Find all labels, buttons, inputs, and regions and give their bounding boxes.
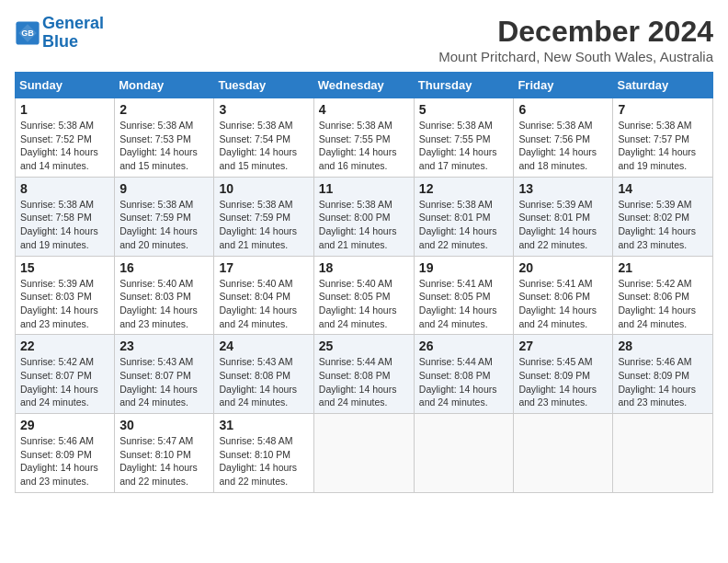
table-row: 21Sunrise: 5:42 AMSunset: 8:06 PMDayligh… <box>613 256 713 335</box>
day-info: Sunrise: 5:44 AMSunset: 8:08 PMDaylight:… <box>319 355 409 409</box>
day-number: 17 <box>219 260 308 275</box>
day-number: 6 <box>518 102 608 117</box>
col-friday: Friday <box>514 73 613 98</box>
table-row: 23Sunrise: 5:43 AMSunset: 8:07 PMDayligh… <box>115 335 214 414</box>
day-number: 5 <box>419 102 509 117</box>
day-info: Sunrise: 5:38 AMSunset: 7:59 PMDaylight:… <box>119 198 209 252</box>
day-number: 10 <box>219 181 308 196</box>
day-info: Sunrise: 5:48 AMSunset: 8:10 PMDaylight:… <box>219 434 308 488</box>
day-number: 3 <box>219 102 308 117</box>
day-number: 14 <box>618 181 708 196</box>
table-row: 20Sunrise: 5:41 AMSunset: 8:06 PMDayligh… <box>514 256 613 335</box>
day-info: Sunrise: 5:45 AMSunset: 8:09 PMDaylight:… <box>518 355 608 409</box>
day-number: 8 <box>20 181 109 196</box>
day-info: Sunrise: 5:41 AMSunset: 8:06 PMDaylight:… <box>518 277 608 331</box>
table-row <box>414 414 514 493</box>
page-header: GB General Blue December 2024 Mount Prit… <box>15 15 713 64</box>
day-info: Sunrise: 5:38 AMSunset: 7:58 PMDaylight:… <box>20 198 109 252</box>
day-number: 4 <box>319 102 409 117</box>
day-info: Sunrise: 5:43 AMSunset: 8:08 PMDaylight:… <box>219 355 308 409</box>
col-saturday: Saturday <box>613 73 713 98</box>
table-row: 22Sunrise: 5:42 AMSunset: 8:07 PMDayligh… <box>16 335 115 414</box>
day-info: Sunrise: 5:38 AMSunset: 7:59 PMDaylight:… <box>219 198 308 252</box>
table-row <box>313 414 414 493</box>
table-row: 30Sunrise: 5:47 AMSunset: 8:10 PMDayligh… <box>115 414 214 493</box>
general-blue-logo-icon: GB <box>15 20 40 46</box>
table-row: 5Sunrise: 5:38 AMSunset: 7:55 PMDaylight… <box>414 98 514 178</box>
day-info: Sunrise: 5:38 AMSunset: 7:56 PMDaylight:… <box>518 119 608 173</box>
day-number: 1 <box>20 102 109 117</box>
day-number: 27 <box>518 339 608 353</box>
col-sunday: Sunday <box>16 73 115 98</box>
table-row: 19Sunrise: 5:41 AMSunset: 8:05 PMDayligh… <box>414 256 514 335</box>
day-number: 30 <box>119 418 209 432</box>
table-row: 27Sunrise: 5:45 AMSunset: 8:09 PMDayligh… <box>514 335 613 414</box>
day-number: 16 <box>119 260 209 275</box>
day-info: Sunrise: 5:47 AMSunset: 8:10 PMDaylight:… <box>119 434 209 488</box>
day-number: 25 <box>319 339 409 353</box>
day-info: Sunrise: 5:40 AMSunset: 8:04 PMDaylight:… <box>219 277 308 331</box>
day-info: Sunrise: 5:40 AMSunset: 8:03 PMDaylight:… <box>119 277 209 331</box>
day-number: 12 <box>419 181 509 196</box>
day-number: 20 <box>518 260 608 275</box>
calendar-week-row: 15Sunrise: 5:39 AMSunset: 8:03 PMDayligh… <box>16 256 713 335</box>
table-row: 1Sunrise: 5:38 AMSunset: 7:52 PMDaylight… <box>16 98 115 178</box>
day-number: 7 <box>618 102 708 117</box>
day-number: 29 <box>20 418 109 432</box>
table-row: 7Sunrise: 5:38 AMSunset: 7:57 PMDaylight… <box>613 98 713 178</box>
location-title: Mount Pritchard, New South Wales, Austra… <box>438 49 713 64</box>
calendar-week-row: 22Sunrise: 5:42 AMSunset: 8:07 PMDayligh… <box>16 335 713 414</box>
day-info: Sunrise: 5:46 AMSunset: 8:09 PMDaylight:… <box>20 434 109 488</box>
day-info: Sunrise: 5:38 AMSunset: 7:53 PMDaylight:… <box>119 119 209 173</box>
day-number: 24 <box>219 339 308 353</box>
day-info: Sunrise: 5:38 AMSunset: 7:55 PMDaylight:… <box>319 119 409 173</box>
col-monday: Monday <box>115 73 214 98</box>
table-row: 14Sunrise: 5:39 AMSunset: 8:02 PMDayligh… <box>613 177 713 256</box>
day-info: Sunrise: 5:38 AMSunset: 7:52 PMDaylight:… <box>20 119 109 173</box>
day-info: Sunrise: 5:39 AMSunset: 8:01 PMDaylight:… <box>518 198 608 252</box>
table-row: 31Sunrise: 5:48 AMSunset: 8:10 PMDayligh… <box>214 414 313 493</box>
day-number: 2 <box>119 102 209 117</box>
table-row: 4Sunrise: 5:38 AMSunset: 7:55 PMDaylight… <box>313 98 414 178</box>
table-row <box>514 414 613 493</box>
calendar-week-row: 29Sunrise: 5:46 AMSunset: 8:09 PMDayligh… <box>16 414 713 493</box>
day-number: 11 <box>319 181 409 196</box>
logo: GB General Blue <box>15 15 104 52</box>
day-number: 15 <box>20 260 109 275</box>
table-row: 9Sunrise: 5:38 AMSunset: 7:59 PMDaylight… <box>115 177 214 256</box>
calendar-header-row: Sunday Monday Tuesday Wednesday Thursday… <box>16 73 713 98</box>
day-info: Sunrise: 5:42 AMSunset: 8:07 PMDaylight:… <box>20 355 109 409</box>
logo-text: General Blue <box>42 15 104 52</box>
table-row: 2Sunrise: 5:38 AMSunset: 7:53 PMDaylight… <box>115 98 214 178</box>
day-info: Sunrise: 5:38 AMSunset: 8:01 PMDaylight:… <box>419 198 509 252</box>
table-row: 8Sunrise: 5:38 AMSunset: 7:58 PMDaylight… <box>16 177 115 256</box>
day-number: 31 <box>219 418 308 432</box>
calendar-week-row: 1Sunrise: 5:38 AMSunset: 7:52 PMDaylight… <box>16 98 713 178</box>
day-number: 18 <box>319 260 409 275</box>
day-info: Sunrise: 5:38 AMSunset: 7:57 PMDaylight:… <box>618 119 708 173</box>
table-row: 12Sunrise: 5:38 AMSunset: 8:01 PMDayligh… <box>414 177 514 256</box>
day-info: Sunrise: 5:44 AMSunset: 8:08 PMDaylight:… <box>419 355 509 409</box>
table-row: 6Sunrise: 5:38 AMSunset: 7:56 PMDaylight… <box>514 98 613 178</box>
day-info: Sunrise: 5:38 AMSunset: 8:00 PMDaylight:… <box>319 198 409 252</box>
day-info: Sunrise: 5:43 AMSunset: 8:07 PMDaylight:… <box>119 355 209 409</box>
col-tuesday: Tuesday <box>214 73 313 98</box>
day-number: 23 <box>119 339 209 353</box>
calendar-week-row: 8Sunrise: 5:38 AMSunset: 7:58 PMDaylight… <box>16 177 713 256</box>
day-info: Sunrise: 5:38 AMSunset: 7:55 PMDaylight:… <box>419 119 509 173</box>
day-info: Sunrise: 5:42 AMSunset: 8:06 PMDaylight:… <box>618 277 708 331</box>
table-row: 24Sunrise: 5:43 AMSunset: 8:08 PMDayligh… <box>214 335 313 414</box>
table-row: 16Sunrise: 5:40 AMSunset: 8:03 PMDayligh… <box>115 256 214 335</box>
day-info: Sunrise: 5:38 AMSunset: 7:54 PMDaylight:… <box>219 119 308 173</box>
day-number: 22 <box>20 339 109 353</box>
col-thursday: Thursday <box>414 73 514 98</box>
table-row: 15Sunrise: 5:39 AMSunset: 8:03 PMDayligh… <box>16 256 115 335</box>
table-row: 11Sunrise: 5:38 AMSunset: 8:00 PMDayligh… <box>313 177 414 256</box>
table-row: 25Sunrise: 5:44 AMSunset: 8:08 PMDayligh… <box>313 335 414 414</box>
day-info: Sunrise: 5:39 AMSunset: 8:03 PMDaylight:… <box>20 277 109 331</box>
table-row: 3Sunrise: 5:38 AMSunset: 7:54 PMDaylight… <box>214 98 313 178</box>
day-number: 28 <box>618 339 708 353</box>
day-info: Sunrise: 5:40 AMSunset: 8:05 PMDaylight:… <box>319 277 409 331</box>
table-row <box>613 414 713 493</box>
month-title: December 2024 <box>438 15 713 49</box>
